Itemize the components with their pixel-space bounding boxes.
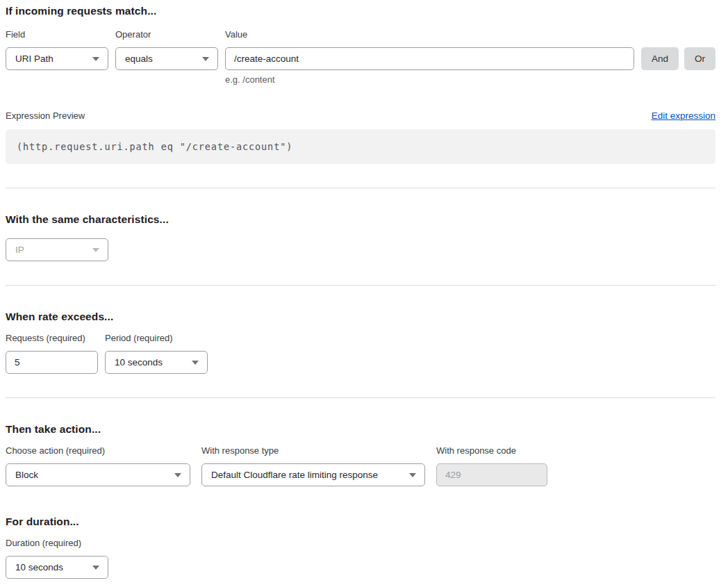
chevron-down-icon — [409, 473, 416, 477]
duration-select[interactable]: 10 seconds — [6, 556, 108, 579]
duration-label: Duration (required) — [6, 538, 108, 548]
edit-expression-link[interactable]: Edit expression — [652, 110, 715, 121]
response-type-select[interactable]: Default Cloudflare rate limiting respons… — [201, 463, 425, 486]
field-select[interactable]: URI Path — [6, 47, 108, 70]
operator-select[interactable]: equals — [115, 47, 218, 70]
section-rate: When rate exceeds... Requests (required)… — [6, 311, 715, 374]
field-label: Field — [6, 30, 108, 40]
operator-label: Operator — [115, 30, 218, 40]
divider — [6, 285, 715, 286]
section-action: Then take action... Choose action (requi… — [6, 424, 715, 486]
chevron-down-icon — [192, 361, 199, 365]
value-input[interactable] — [225, 47, 634, 70]
period-field: Period (required) 10 seconds — [105, 333, 208, 374]
response-type-field: With response type Default Cloudflare ra… — [201, 446, 425, 486]
choose-action-field: Choose action (required) Block — [6, 446, 190, 486]
value-field: Value e.g. /content — [225, 30, 634, 85]
and-button[interactable]: And — [641, 47, 679, 70]
value-hint: e.g. /content — [225, 74, 634, 85]
field-select-value: URI Path — [15, 53, 53, 64]
divider — [6, 397, 715, 398]
requests-field: Requests (required) — [6, 333, 98, 374]
and-or-buttons: And Or — [641, 47, 715, 70]
section-match: If incoming requests match... Field URI … — [6, 6, 715, 164]
requests-label: Requests (required) — [6, 333, 98, 343]
choose-action-label: Choose action (required) — [6, 446, 190, 456]
expression-preview-code: (http.request.uri.path eq "/create-accou… — [6, 129, 715, 164]
divider — [6, 188, 715, 188]
choose-action-select[interactable]: Block — [6, 463, 190, 486]
value-label: Value — [225, 30, 634, 40]
rate-limiting-rule-form: If incoming requests match... Field URI … — [0, 0, 728, 585]
duration-select-value: 10 seconds — [15, 562, 63, 572]
chevron-down-icon — [92, 248, 99, 252]
choose-action-select-value: Block — [15, 470, 38, 480]
requests-input[interactable] — [6, 351, 98, 374]
response-code-label: With response code — [436, 446, 547, 456]
response-code-field: With response code — [436, 446, 547, 486]
action-section-title: Then take action... — [6, 424, 715, 435]
characteristic-select: IP — [6, 238, 108, 261]
operator-field: Operator equals — [115, 30, 218, 70]
duration-section-title: For duration... — [6, 516, 715, 527]
chevron-down-icon — [92, 57, 99, 61]
expression-preview-label: Expression Preview — [6, 110, 85, 121]
field-field: Field URI Path — [6, 30, 108, 70]
chevron-down-icon — [92, 566, 99, 570]
match-section-title: If incoming requests match... — [6, 6, 715, 17]
characteristic-field: IP — [6, 238, 108, 261]
section-duration: For duration... Duration (required) 10 s… — [6, 516, 715, 579]
duration-field: Duration (required) 10 seconds — [6, 538, 108, 579]
period-select-value: 10 seconds — [115, 357, 163, 368]
chevron-down-icon — [202, 57, 209, 61]
or-button[interactable]: Or — [684, 47, 715, 70]
section-characteristics: With the same characteristics... IP — [6, 214, 715, 261]
rate-section-title: When rate exceeds... — [6, 311, 715, 322]
chevron-down-icon — [174, 473, 181, 477]
response-type-label: With response type — [201, 446, 425, 456]
characteristic-select-value: IP — [15, 245, 24, 255]
match-fields-row: Field URI Path Operator equals Value e.g… — [6, 30, 715, 85]
response-type-select-value: Default Cloudflare rate limiting respons… — [211, 470, 378, 480]
period-label: Period (required) — [105, 333, 208, 343]
expression-preview-header: Expression Preview Edit expression — [6, 110, 715, 121]
operator-select-value: equals — [125, 53, 153, 64]
period-select[interactable]: 10 seconds — [105, 351, 208, 374]
characteristics-section-title: With the same characteristics... — [6, 214, 715, 225]
response-code-input — [436, 463, 547, 486]
